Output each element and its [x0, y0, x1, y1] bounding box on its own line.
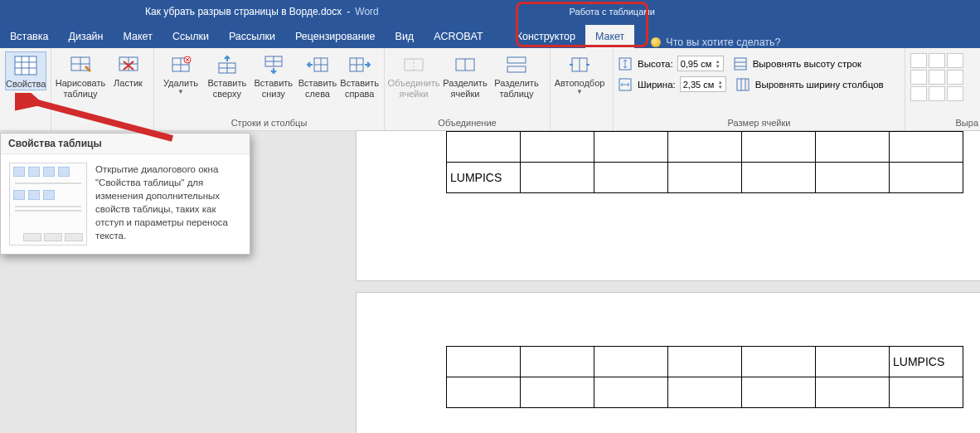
bulb-icon [651, 37, 661, 47]
insert-below-button[interactable]: Вставить снизу [252, 51, 295, 99]
split-table-label: Разделить таблицу [492, 76, 541, 99]
tell-me-search[interactable]: Что вы хотите сделать? [651, 36, 780, 48]
title-sep: - [347, 6, 350, 17]
svg-rect-40 [737, 79, 749, 90]
group-alignment: Выра [905, 48, 980, 130]
split-cells-button[interactable]: Разделить ячейки [441, 51, 489, 99]
tab-table-layout[interactable]: Макет [585, 25, 634, 48]
table-row: LUMPICS [447, 163, 963, 193]
split-table-button[interactable]: Разделить таблицу [492, 51, 541, 99]
table-row: LUMPICS [447, 347, 963, 377]
group-table: Свойства [0, 48, 51, 130]
properties-icon [12, 54, 39, 77]
eraser-button[interactable]: Ластик [108, 51, 148, 89]
context-tabs: Конструктор Макет [507, 25, 635, 48]
spinner-icon[interactable]: ▲▼ [716, 59, 720, 69]
tab-acrobat[interactable]: ACROBAT [424, 25, 493, 48]
align-br[interactable] [947, 86, 963, 101]
tab-references[interactable]: Ссылки [163, 25, 219, 48]
merge-cells-icon [400, 53, 427, 76]
align-tr[interactable] [947, 53, 963, 68]
alignment-grid [910, 51, 963, 101]
insert-below-label: Вставить снизу [252, 76, 295, 99]
insert-above-label: Вставить сверху [206, 76, 249, 99]
tooltip-description: Открытие диалогового окна "Свойства табл… [95, 163, 241, 246]
properties-button[interactable]: Свойства [5, 51, 46, 90]
tooltip-title: Свойства таблицы [1, 134, 250, 154]
page-2: LUMPICS [357, 293, 980, 433]
doc-name: Как убрать разрыв страницы в Ворде.docx [145, 6, 342, 17]
insert-left-button[interactable]: Вставить слева [298, 51, 337, 99]
distribute-rows-icon [734, 57, 749, 71]
ribbon: Свойства Нарисовать таблицу Ластик [0, 48, 980, 131]
align-mc[interactable] [929, 70, 945, 85]
distribute-rows-label: Выровнять высоту строк [753, 59, 861, 69]
tab-mailings[interactable]: Рассылки [219, 25, 285, 48]
insert-right-button[interactable]: Вставить справа [340, 51, 379, 99]
insert-left-icon [304, 53, 331, 76]
group-rows-cols: Удалить ▼ Вставить сверху Вставить снизу… [154, 48, 385, 130]
title-text: Как убрать разрыв страницы в Ворде.docx … [145, 0, 379, 23]
tab-review[interactable]: Рецензирование [285, 25, 386, 48]
height-icon [619, 57, 633, 71]
table-cell-text[interactable]: LUMPICS [447, 163, 521, 193]
autofit-button[interactable]: Автоподбор ▼ [555, 51, 604, 95]
group-merge-label: Объединение [385, 116, 550, 130]
title-bar: Как убрать разрыв страницы в Ворде.docx … [0, 0, 980, 23]
spinner-icon[interactable]: ▲▼ [718, 80, 723, 90]
tab-view[interactable]: Вид [386, 25, 425, 48]
ribbon-tabstrip: Вставка Дизайн Макет Ссылки Рассылки Рец… [0, 23, 980, 48]
split-cells-label: Разделить ячейки [441, 76, 489, 99]
insert-above-button[interactable]: Вставить сверху [206, 51, 249, 99]
group-merge: Объединить ячейки Разделить ячейки Разде… [385, 48, 551, 130]
draw-table-icon [67, 53, 94, 76]
align-bl[interactable] [910, 86, 927, 101]
svg-rect-0 [15, 56, 36, 75]
group-draw: Нарисовать таблицу Ластик [51, 48, 154, 130]
table-row [447, 132, 963, 163]
eraser-icon [115, 53, 142, 76]
group-cell-size-label: Размер ячейки [614, 116, 905, 130]
tab-insert[interactable]: Вставка [0, 25, 58, 48]
merge-cells-button: Объединить ячейки [390, 51, 438, 99]
table-cell-text[interactable]: LUMPICS [890, 347, 963, 377]
page-1: LUMPICS [357, 131, 980, 280]
insert-right-label: Вставить справа [340, 76, 379, 99]
align-mr[interactable] [947, 70, 963, 85]
document-table-2[interactable]: LUMPICS [446, 346, 963, 408]
height-label: Высота: [638, 59, 673, 69]
distribute-cols-button[interactable]: Выровнять ширину столбцов [736, 77, 884, 92]
insert-above-icon [214, 53, 240, 76]
table-row [447, 377, 963, 408]
delete-button[interactable]: Удалить ▼ [159, 51, 202, 95]
width-input[interactable]: 2,35 см▲▼ [680, 76, 726, 92]
width-icon [619, 78, 633, 91]
eraser-label: Ластик [114, 76, 143, 89]
tab-layout[interactable]: Макет [114, 25, 163, 48]
svg-rect-31 [507, 57, 526, 63]
align-ml[interactable] [910, 70, 927, 85]
col-width-control[interactable]: Ширина: 2,35 см▲▼ [619, 75, 726, 93]
autofit-label: Автоподбор [555, 76, 605, 89]
row-height-control[interactable]: Высота: 0,95 см▲▼ [619, 55, 724, 72]
delete-label: Удалить [163, 76, 198, 89]
svg-rect-27 [405, 59, 423, 71]
tab-design[interactable]: Дизайн [58, 25, 113, 48]
context-title-area: Работа с таблицами [560, 0, 665, 23]
document-table-1[interactable]: LUMPICS [446, 131, 963, 193]
group-cell-size: Высота: 0,95 см▲▼ Выровнять высоту строк… [614, 48, 905, 130]
app-name: Word [355, 6, 378, 17]
draw-table-button[interactable]: Нарисовать таблицу [56, 51, 104, 99]
tooltip-preview-image [9, 163, 87, 246]
distribute-rows-button[interactable]: Выровнять высоту строк [734, 56, 861, 71]
align-tc[interactable] [929, 53, 945, 68]
group-autofit: Автоподбор ▼ [551, 48, 614, 130]
align-tl[interactable] [910, 53, 927, 68]
delete-icon [167, 53, 194, 76]
height-input[interactable]: 0,95 см▲▼ [677, 56, 724, 71]
insert-right-icon [347, 53, 373, 76]
dropdown-icon: ▼ [177, 89, 184, 95]
align-bc[interactable] [929, 86, 945, 101]
tab-table-design[interactable]: Конструктор [507, 25, 585, 48]
group-rows-cols-label: Строки и столбцы [154, 116, 384, 130]
